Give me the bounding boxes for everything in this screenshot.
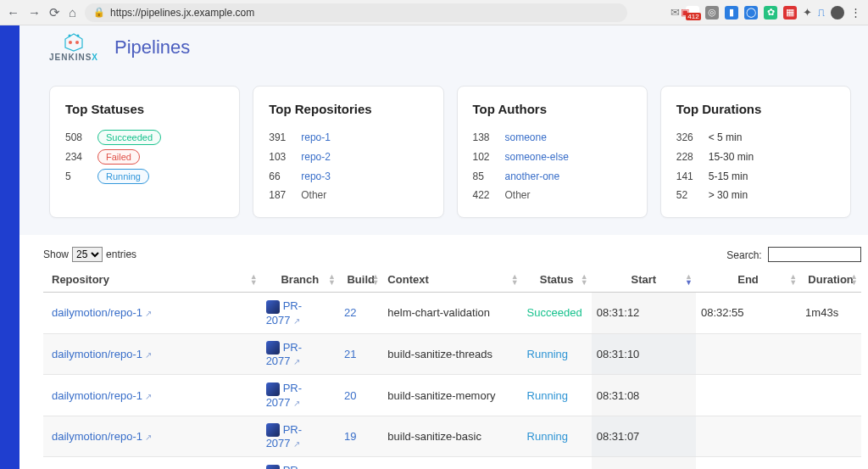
external-link-icon[interactable]: ↗: [293, 399, 300, 408]
start-cell: 08:31:07: [592, 416, 696, 457]
duration-cell: [800, 375, 861, 416]
status-pill-running[interactable]: Running: [97, 169, 149, 184]
context-cell: build-sanitize-threads: [382, 333, 521, 375]
avatar-icon[interactable]: [831, 6, 844, 20]
url-bar[interactable]: 🔒 https://pipelines.jx.example.com: [85, 3, 627, 22]
col-header-start[interactable]: Start ▲▼: [592, 267, 696, 293]
status-pill-failed[interactable]: Failed: [97, 149, 140, 165]
jenkinsx-logo[interactable]: JENKINSX: [49, 32, 97, 62]
context-cell: helm-chart-validation: [382, 293, 521, 334]
cast-icon[interactable]: ⎍: [818, 6, 825, 19]
card-title: Top Durations: [676, 102, 835, 116]
duration-cell: [800, 333, 861, 375]
start-cell: 08:31:12: [592, 293, 696, 334]
external-link-icon[interactable]: ↗: [145, 392, 152, 401]
search-label: Search:: [726, 249, 761, 261]
start-cell: 08:31:10: [592, 333, 696, 375]
external-link-icon[interactable]: ↗: [293, 357, 300, 366]
card-top-statuses: Top Statuses 508 Succeeded 234 Failed 5 …: [49, 86, 240, 218]
card-row: 326< 5 min: [676, 128, 835, 148]
end-cell: [696, 375, 800, 416]
card-link[interactable]: someone-else: [505, 148, 569, 167]
extensions-icon[interactable]: ✦: [803, 6, 812, 19]
external-link-icon[interactable]: ↗: [293, 439, 300, 449]
end-cell: [696, 416, 800, 457]
end-cell: [696, 457, 800, 469]
col-header-repository[interactable]: Repository ▲▼: [43, 267, 261, 293]
card-row: 66repo-3: [269, 167, 427, 187]
ext-icon-2[interactable]: ◎: [705, 6, 719, 20]
table-row: dailymotion/repo-1↗ PR-2077↗ 22 helm-cha…: [43, 293, 861, 334]
home-icon[interactable]: ⌂: [69, 5, 76, 20]
show-label: Show: [43, 248, 69, 260]
extension-icons: ✉ ▣412 ◎ ▮ ◯ ✿ ▦ ✦ ⎍ ⋮: [670, 6, 861, 20]
card-link[interactable]: repo-3: [301, 167, 331, 187]
status-row: 234 Failed: [65, 148, 224, 167]
repo-link[interactable]: dailymotion/repo-1: [52, 430, 142, 443]
external-link-icon[interactable]: ↗: [293, 316, 300, 326]
col-header-status[interactable]: Status ▲▼: [522, 267, 592, 293]
status-running: Running: [527, 389, 568, 402]
card-row: 422Other: [473, 186, 632, 205]
search-input[interactable]: [768, 247, 861, 262]
card-link[interactable]: repo-1: [301, 128, 331, 148]
card-link[interactable]: another-one: [505, 167, 560, 187]
col-header-duration[interactable]: Duration ▲▼: [800, 267, 861, 293]
author-avatar: [266, 423, 280, 437]
build-link[interactable]: 19: [344, 430, 356, 443]
col-header-build[interactable]: Build ▲▼: [339, 267, 382, 293]
duration-cell: [800, 416, 861, 457]
card-title: Top Repositories: [269, 102, 427, 116]
lock-icon: 🔒: [93, 7, 105, 18]
external-link-icon[interactable]: ↗: [145, 350, 152, 360]
svg-point-3: [75, 41, 79, 44]
status-row: 5 Running: [65, 167, 224, 187]
card-row: 85another-one: [473, 167, 632, 187]
card-title: Top Statuses: [65, 102, 224, 116]
card-link[interactable]: someone: [505, 128, 547, 148]
col-header-end[interactable]: End ▲▼: [696, 267, 800, 293]
external-link-icon[interactable]: ↗: [145, 309, 152, 318]
repo-link[interactable]: dailymotion/repo-1: [52, 348, 142, 360]
ext-icon-5[interactable]: ✿: [764, 6, 777, 20]
ext-icon-3[interactable]: ▮: [725, 6, 738, 20]
ext-icon-4[interactable]: ◯: [744, 6, 758, 20]
card-top-repositories: Top Repositories 391repo-1 103repo-2 66r…: [253, 86, 443, 218]
card-title: Top Authors: [473, 102, 632, 116]
card-link[interactable]: repo-2: [301, 148, 331, 167]
start-cell: 08:31:08: [592, 375, 696, 416]
build-link[interactable]: 20: [344, 389, 356, 402]
back-icon[interactable]: ←: [7, 5, 19, 20]
author-avatar: [266, 341, 280, 355]
page-header: JENKINSX Pipelines Top Statuses 508 Succ…: [19, 25, 868, 235]
table-row: dailymotion/repo-1↗ PR-2077↗ 20 build-sa…: [43, 375, 861, 416]
card-row: 52> 30 min: [676, 186, 835, 205]
menu-icon[interactable]: ⋮: [850, 6, 861, 19]
status-running: Running: [527, 348, 568, 360]
col-header-branch[interactable]: Branch ▲▼: [261, 267, 339, 293]
status-running: Running: [527, 430, 568, 443]
repo-link[interactable]: dailymotion/repo-1: [52, 306, 142, 319]
status-succeeded: Succeeded: [527, 306, 582, 319]
build-link[interactable]: 21: [344, 348, 356, 360]
reload-icon[interactable]: ⟳: [49, 5, 60, 20]
repo-link[interactable]: dailymotion/repo-1: [52, 389, 142, 402]
build-link[interactable]: 22: [344, 306, 356, 319]
ext-badge-icon[interactable]: ▣412: [686, 6, 699, 20]
mail-icon[interactable]: ✉: [670, 6, 680, 19]
pipelines-table: Repository ▲▼ Branch ▲▼ Build ▲▼ Context…: [43, 267, 861, 469]
page-size-select[interactable]: 25: [72, 247, 103, 262]
url-text: https://pipelines.jx.example.com: [110, 7, 254, 19]
status-pill-succeeded[interactable]: Succeeded: [97, 130, 161, 145]
forward-icon[interactable]: →: [28, 5, 41, 20]
context-cell: build-debug: [382, 457, 521, 469]
card-row: 102someone-else: [473, 148, 632, 167]
ext-icon-6[interactable]: ▦: [783, 6, 797, 20]
card-row: 187Other: [269, 186, 427, 205]
page-title: Pipelines: [114, 36, 190, 59]
table-row: dailymotion/repo-1↗ PR-2077↗ 18 build-de…: [43, 457, 861, 469]
col-header-context[interactable]: Context ▲▼: [382, 267, 521, 293]
duration-cell: 1m43s: [800, 293, 861, 334]
external-link-icon[interactable]: ↗: [145, 433, 152, 442]
table-row: dailymotion/repo-1↗ PR-2077↗ 21 build-sa…: [43, 333, 861, 375]
